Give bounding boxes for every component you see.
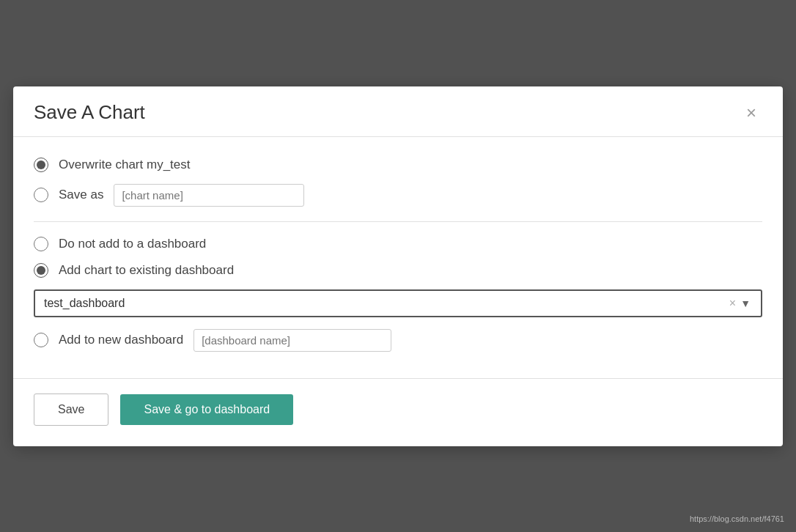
- chart-name-input[interactable]: [114, 184, 304, 207]
- existing-dashboard-label[interactable]: Add chart to existing dashboard: [59, 263, 234, 278]
- close-button[interactable]: ×: [740, 101, 762, 125]
- new-dashboard-label[interactable]: Add to new dashboard: [59, 333, 183, 347]
- no-dashboard-option-row: Do not add to a dashboard: [34, 237, 762, 251]
- dashboard-select-input[interactable]: [44, 297, 726, 310]
- save-as-label[interactable]: Save as: [59, 188, 103, 202]
- new-dashboard-option-row: Add to new dashboard: [34, 329, 762, 352]
- save-go-dashboard-button[interactable]: Save & go to dashboard: [120, 394, 293, 425]
- overwrite-option-row: Overwrite chart my_test: [34, 158, 762, 172]
- existing-dashboard-option-row: Add chart to existing dashboard: [34, 263, 762, 278]
- modal-overlay: Save A Chart × Overwrite chart my_test S…: [0, 0, 796, 532]
- modal-title: Save A Chart: [34, 101, 145, 124]
- section-divider-1: [34, 221, 762, 222]
- select-clear-button[interactable]: ×: [726, 298, 739, 309]
- save-chart-modal: Save A Chart × Overwrite chart my_test S…: [13, 86, 783, 446]
- save-button[interactable]: Save: [34, 394, 108, 426]
- overwrite-label[interactable]: Overwrite chart my_test: [59, 158, 191, 172]
- new-dashboard-radio[interactable]: [34, 333, 48, 347]
- no-dashboard-label[interactable]: Do not add to a dashboard: [59, 237, 206, 251]
- save-as-option-row: Save as: [34, 184, 762, 207]
- dashboard-select-wrapper[interactable]: × ▼: [34, 289, 762, 317]
- modal-footer: Save Save & go to dashboard: [13, 378, 783, 446]
- modal-header: Save A Chart ×: [13, 86, 783, 137]
- save-as-radio[interactable]: [34, 188, 48, 202]
- select-dropdown-button[interactable]: ▼: [739, 298, 752, 309]
- no-dashboard-radio[interactable]: [34, 237, 48, 251]
- modal-body: Overwrite chart my_test Save as Do not a…: [13, 137, 783, 378]
- existing-dashboard-radio[interactable]: [34, 263, 48, 278]
- watermark: https://blog.csdn.net/f4761: [690, 514, 784, 523]
- dashboard-name-input[interactable]: [194, 329, 391, 352]
- overwrite-radio[interactable]: [34, 158, 48, 172]
